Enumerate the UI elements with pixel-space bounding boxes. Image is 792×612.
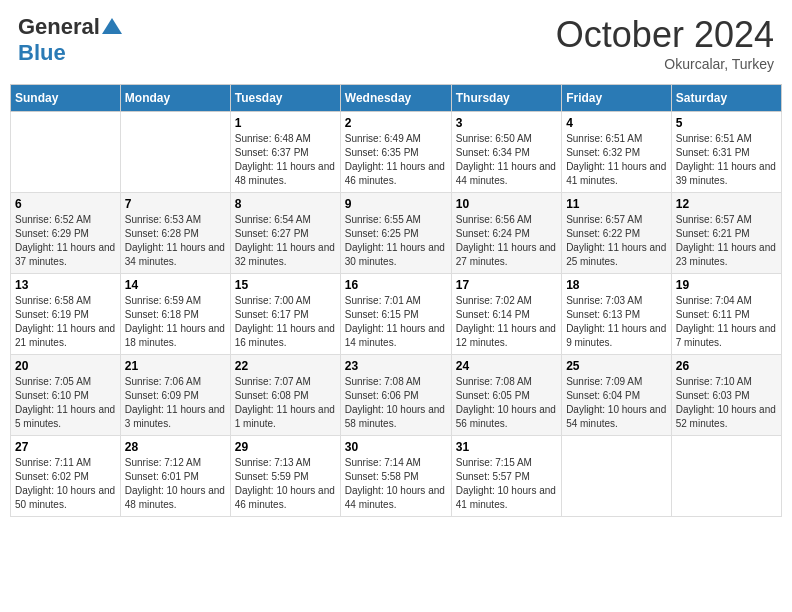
calendar-cell: 19Sunrise: 7:04 AMSunset: 6:11 PMDayligh… [671,274,781,355]
calendar-cell: 14Sunrise: 6:59 AMSunset: 6:18 PMDayligh… [120,274,230,355]
day-number: 26 [676,359,777,373]
day-info: Sunrise: 6:50 AMSunset: 6:34 PMDaylight:… [456,132,557,188]
day-number: 30 [345,440,447,454]
day-number: 20 [15,359,116,373]
calendar-cell: 15Sunrise: 7:00 AMSunset: 6:17 PMDayligh… [230,274,340,355]
day-info: Sunrise: 6:52 AMSunset: 6:29 PMDaylight:… [15,213,116,269]
calendar-cell: 22Sunrise: 7:07 AMSunset: 6:08 PMDayligh… [230,355,340,436]
day-number: 21 [125,359,226,373]
day-info: Sunrise: 6:51 AMSunset: 6:32 PMDaylight:… [566,132,667,188]
day-number: 27 [15,440,116,454]
day-info: Sunrise: 7:00 AMSunset: 6:17 PMDaylight:… [235,294,336,350]
day-number: 18 [566,278,667,292]
day-number: 22 [235,359,336,373]
calendar-cell: 10Sunrise: 6:56 AMSunset: 6:24 PMDayligh… [451,193,561,274]
day-info: Sunrise: 7:13 AMSunset: 5:59 PMDaylight:… [235,456,336,512]
day-number: 29 [235,440,336,454]
calendar-cell [671,436,781,517]
calendar-cell: 18Sunrise: 7:03 AMSunset: 6:13 PMDayligh… [562,274,672,355]
day-info: Sunrise: 6:57 AMSunset: 6:22 PMDaylight:… [566,213,667,269]
calendar-cell: 31Sunrise: 7:15 AMSunset: 5:57 PMDayligh… [451,436,561,517]
title-section: October 2024 Okurcalar, Turkey [556,14,774,72]
day-info: Sunrise: 6:48 AMSunset: 6:37 PMDaylight:… [235,132,336,188]
day-number: 9 [345,197,447,211]
day-header-wednesday: Wednesday [340,85,451,112]
day-info: Sunrise: 7:09 AMSunset: 6:04 PMDaylight:… [566,375,667,431]
day-info: Sunrise: 6:49 AMSunset: 6:35 PMDaylight:… [345,132,447,188]
calendar-cell: 27Sunrise: 7:11 AMSunset: 6:02 PMDayligh… [11,436,121,517]
day-number: 14 [125,278,226,292]
day-header-thursday: Thursday [451,85,561,112]
calendar-cell: 9Sunrise: 6:55 AMSunset: 6:25 PMDaylight… [340,193,451,274]
calendar-cell: 7Sunrise: 6:53 AMSunset: 6:28 PMDaylight… [120,193,230,274]
day-header-friday: Friday [562,85,672,112]
day-number: 19 [676,278,777,292]
day-number: 5 [676,116,777,130]
week-row-2: 6Sunrise: 6:52 AMSunset: 6:29 PMDaylight… [11,193,782,274]
day-number: 24 [456,359,557,373]
day-info: Sunrise: 7:10 AMSunset: 6:03 PMDaylight:… [676,375,777,431]
day-info: Sunrise: 7:08 AMSunset: 6:05 PMDaylight:… [456,375,557,431]
calendar-cell [562,436,672,517]
calendar-cell: 8Sunrise: 6:54 AMSunset: 6:27 PMDaylight… [230,193,340,274]
day-header-tuesday: Tuesday [230,85,340,112]
location: Okurcalar, Turkey [556,56,774,72]
calendar-cell: 23Sunrise: 7:08 AMSunset: 6:06 PMDayligh… [340,355,451,436]
day-number: 4 [566,116,667,130]
day-number: 10 [456,197,557,211]
day-number: 17 [456,278,557,292]
logo-general-text: General [18,14,100,40]
day-number: 3 [456,116,557,130]
week-row-4: 20Sunrise: 7:05 AMSunset: 6:10 PMDayligh… [11,355,782,436]
calendar-cell: 3Sunrise: 6:50 AMSunset: 6:34 PMDaylight… [451,112,561,193]
day-header-saturday: Saturday [671,85,781,112]
day-number: 8 [235,197,336,211]
calendar-cell: 17Sunrise: 7:02 AMSunset: 6:14 PMDayligh… [451,274,561,355]
day-info: Sunrise: 7:14 AMSunset: 5:58 PMDaylight:… [345,456,447,512]
calendar-cell: 12Sunrise: 6:57 AMSunset: 6:21 PMDayligh… [671,193,781,274]
day-number: 13 [15,278,116,292]
calendar-cell: 28Sunrise: 7:12 AMSunset: 6:01 PMDayligh… [120,436,230,517]
day-info: Sunrise: 7:11 AMSunset: 6:02 PMDaylight:… [15,456,116,512]
day-info: Sunrise: 6:53 AMSunset: 6:28 PMDaylight:… [125,213,226,269]
calendar-table: SundayMondayTuesdayWednesdayThursdayFrid… [10,84,782,517]
calendar-cell: 20Sunrise: 7:05 AMSunset: 6:10 PMDayligh… [11,355,121,436]
day-header-sunday: Sunday [11,85,121,112]
calendar-cell: 30Sunrise: 7:14 AMSunset: 5:58 PMDayligh… [340,436,451,517]
day-info: Sunrise: 6:58 AMSunset: 6:19 PMDaylight:… [15,294,116,350]
day-number: 1 [235,116,336,130]
day-info: Sunrise: 7:03 AMSunset: 6:13 PMDaylight:… [566,294,667,350]
calendar-header-row: SundayMondayTuesdayWednesdayThursdayFrid… [11,85,782,112]
week-row-3: 13Sunrise: 6:58 AMSunset: 6:19 PMDayligh… [11,274,782,355]
calendar-cell: 25Sunrise: 7:09 AMSunset: 6:04 PMDayligh… [562,355,672,436]
calendar-cell: 24Sunrise: 7:08 AMSunset: 6:05 PMDayligh… [451,355,561,436]
calendar-cell: 21Sunrise: 7:06 AMSunset: 6:09 PMDayligh… [120,355,230,436]
calendar-cell: 5Sunrise: 6:51 AMSunset: 6:31 PMDaylight… [671,112,781,193]
calendar-cell: 29Sunrise: 7:13 AMSunset: 5:59 PMDayligh… [230,436,340,517]
day-info: Sunrise: 7:06 AMSunset: 6:09 PMDaylight:… [125,375,226,431]
day-number: 28 [125,440,226,454]
day-info: Sunrise: 7:02 AMSunset: 6:14 PMDaylight:… [456,294,557,350]
day-number: 7 [125,197,226,211]
day-number: 12 [676,197,777,211]
calendar-cell [11,112,121,193]
week-row-1: 1Sunrise: 6:48 AMSunset: 6:37 PMDaylight… [11,112,782,193]
month-title: October 2024 [556,14,774,56]
day-info: Sunrise: 6:55 AMSunset: 6:25 PMDaylight:… [345,213,447,269]
calendar-cell: 4Sunrise: 6:51 AMSunset: 6:32 PMDaylight… [562,112,672,193]
logo-blue-text: Blue [18,40,66,66]
calendar-cell: 26Sunrise: 7:10 AMSunset: 6:03 PMDayligh… [671,355,781,436]
calendar-cell: 11Sunrise: 6:57 AMSunset: 6:22 PMDayligh… [562,193,672,274]
day-number: 31 [456,440,557,454]
day-number: 23 [345,359,447,373]
day-info: Sunrise: 7:08 AMSunset: 6:06 PMDaylight:… [345,375,447,431]
day-info: Sunrise: 7:15 AMSunset: 5:57 PMDaylight:… [456,456,557,512]
day-header-monday: Monday [120,85,230,112]
calendar-cell: 16Sunrise: 7:01 AMSunset: 6:15 PMDayligh… [340,274,451,355]
calendar-cell: 1Sunrise: 6:48 AMSunset: 6:37 PMDaylight… [230,112,340,193]
calendar-cell: 2Sunrise: 6:49 AMSunset: 6:35 PMDaylight… [340,112,451,193]
day-info: Sunrise: 7:01 AMSunset: 6:15 PMDaylight:… [345,294,447,350]
day-info: Sunrise: 6:54 AMSunset: 6:27 PMDaylight:… [235,213,336,269]
calendar-cell: 6Sunrise: 6:52 AMSunset: 6:29 PMDaylight… [11,193,121,274]
day-info: Sunrise: 7:05 AMSunset: 6:10 PMDaylight:… [15,375,116,431]
